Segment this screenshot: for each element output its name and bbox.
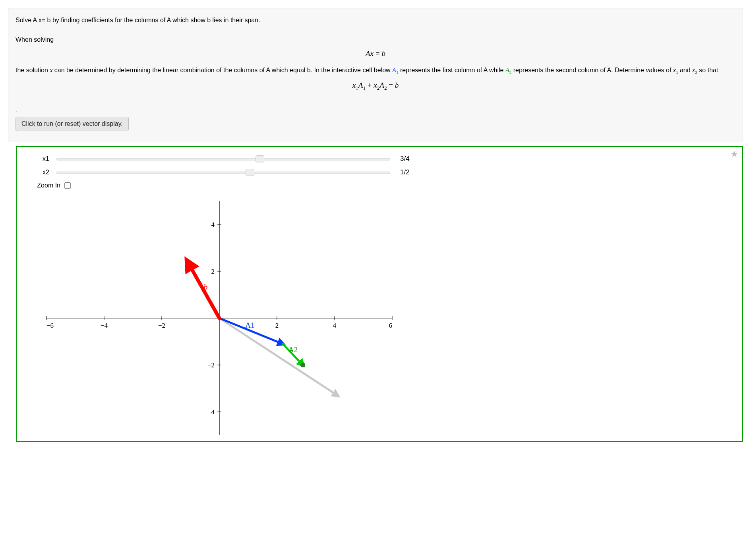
slider-x1-label: x1	[29, 155, 56, 162]
zoom-row: Zoom In	[29, 182, 730, 189]
when-solving: When solving	[15, 36, 736, 43]
slider-x2[interactable]	[56, 169, 390, 176]
svg-text:A1: A1	[245, 321, 254, 329]
svg-text:b: b	[203, 283, 207, 292]
zoom-in-checkbox[interactable]	[64, 182, 71, 189]
svg-text:−6: −6	[46, 322, 54, 329]
svg-text:−4: −4	[207, 408, 215, 416]
interactive-cell: ★ x1 3/4 x2 1/2 Zoom In −6−4−2246−4−224b…	[16, 146, 743, 442]
slider-x2-row: x2 1/2	[29, 168, 730, 176]
slider-x2-label: x2	[29, 169, 56, 176]
svg-text:−2: −2	[158, 322, 165, 329]
run-reset-button[interactable]: Click to run (or reset) vector display.	[15, 117, 129, 131]
svg-text:A2: A2	[288, 345, 298, 353]
star-icon[interactable]: ★	[730, 149, 738, 159]
svg-text:6: 6	[389, 322, 393, 329]
body-text: the solution x can be determined by dete…	[15, 65, 736, 76]
equation-2: x1A1 + x2A2 = b	[15, 81, 736, 91]
svg-text:−4: −4	[101, 322, 108, 329]
slider-x1-value: 3/4	[400, 155, 410, 163]
svg-point-26	[300, 363, 305, 367]
svg-text:2: 2	[275, 322, 279, 329]
svg-text:2: 2	[211, 268, 215, 275]
svg-text:−2: −2	[207, 361, 215, 369]
problem-title: Solve A x= b by finding coefficients for…	[15, 15, 736, 25]
svg-line-22	[219, 318, 337, 396]
svg-text:4: 4	[333, 322, 337, 329]
slider-x1[interactable]	[56, 155, 390, 162]
problem-box: Solve A x= b by finding coefficients for…	[8, 8, 743, 141]
slider-x1-row: x1 3/4	[29, 155, 730, 163]
vector-plot: −6−4−2246−4−224bA1A2	[41, 199, 398, 437]
svg-text:4: 4	[211, 221, 215, 228]
zoom-in-label: Zoom In	[29, 182, 64, 189]
slider-x2-value: 1/2	[400, 168, 410, 176]
equation-1: Ax = b	[15, 49, 736, 58]
